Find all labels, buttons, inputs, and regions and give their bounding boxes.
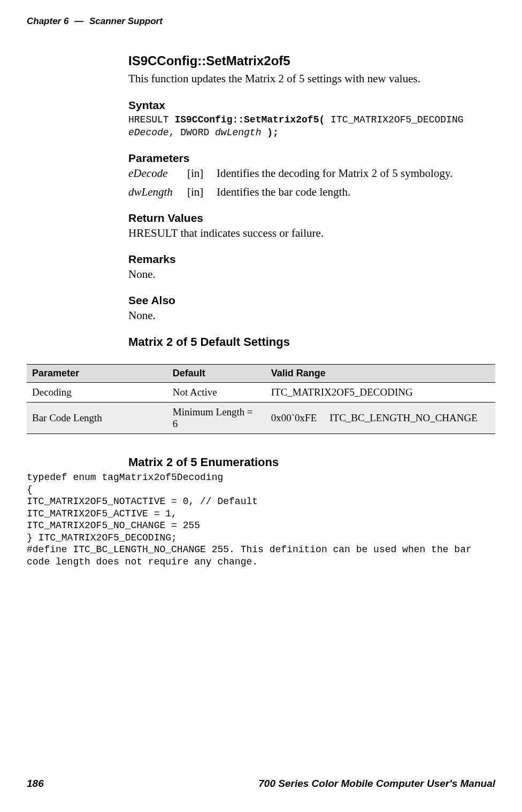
page-header: Chapter 6 — Scanner Support bbox=[27, 16, 495, 27]
table-row: Decoding Not Active ITC_MATRIX2OF5_DECOD… bbox=[27, 383, 495, 403]
param-row: eDecode [in] Identifies the decoding for… bbox=[128, 167, 495, 180]
param-desc: Identifies the decoding for Matrix 2 of … bbox=[217, 167, 452, 180]
syntax-end: ); bbox=[261, 127, 278, 138]
syntax-mid: , DWORD bbox=[169, 127, 215, 138]
syntax-param1: eDecode bbox=[128, 127, 169, 138]
return-values-text: HRESULT that indicates success or failur… bbox=[128, 227, 495, 240]
range-value-1: 0x00`0xFE bbox=[271, 412, 317, 424]
page-footer: 186 700 Series Color Mobile Computer Use… bbox=[27, 778, 495, 790]
page-number: 186 bbox=[27, 778, 44, 790]
function-description: This function updates the Matrix 2 of 5 … bbox=[128, 72, 495, 86]
param-direction: [in] bbox=[187, 185, 217, 199]
col-parameter: Parameter bbox=[27, 365, 167, 383]
header-separator: — bbox=[74, 16, 83, 26]
param-row: dwLength [in] Identifies the bar code le… bbox=[128, 185, 495, 199]
col-valid-range: Valid Range bbox=[266, 365, 495, 383]
param-desc: Identifies the bar code length. bbox=[217, 185, 350, 199]
parameters-heading: Parameters bbox=[128, 152, 495, 165]
syntax-heading: Syntax bbox=[128, 99, 495, 112]
main-content: IS9CConfig::SetMatrix2of5 This function … bbox=[27, 53, 495, 568]
remarks-heading: Remarks bbox=[128, 253, 495, 266]
remarks-text: None. bbox=[128, 268, 495, 281]
default-settings-heading: Matrix 2 of 5 Default Settings bbox=[128, 335, 495, 349]
cell-default: Not Active bbox=[167, 383, 266, 403]
cell-range: ITC_MATRIX2OF5_DECODING bbox=[266, 383, 495, 403]
syntax-param2: dwLength bbox=[215, 127, 261, 138]
syntax-suffix: ITC_MATRIX2OF5_DECODING bbox=[325, 114, 463, 125]
settings-table: Parameter Default Valid Range Decoding N… bbox=[27, 364, 495, 434]
param-direction: [in] bbox=[187, 167, 217, 180]
see-also-block: See Also None. bbox=[128, 294, 495, 322]
enumerations-code: typedef enum tagMatrix2of5Decoding { ITC… bbox=[27, 471, 495, 568]
table-row: Bar Code Length Minimum Length = 6 0x00`… bbox=[27, 403, 495, 434]
param-name: eDecode bbox=[128, 167, 187, 180]
cell-default: Minimum Length = 6 bbox=[167, 403, 266, 434]
see-also-heading: See Also bbox=[128, 294, 495, 307]
see-also-text: None. bbox=[128, 309, 495, 322]
syntax-prefix: HRESULT bbox=[128, 114, 174, 125]
chapter-label: Chapter 6 bbox=[27, 16, 68, 26]
cell-param: Bar Code Length bbox=[27, 403, 167, 434]
table-header-row: Parameter Default Valid Range bbox=[27, 365, 495, 383]
manual-title: 700 Series Color Mobile Computer User's … bbox=[258, 778, 495, 790]
function-title: IS9CConfig::SetMatrix2of5 bbox=[128, 53, 495, 68]
header-left: Chapter 6 — Scanner Support bbox=[27, 16, 163, 27]
return-values-block: Return Values HRESULT that indicates suc… bbox=[128, 212, 495, 240]
syntax-func: IS9CConfig::SetMatrix2of5( bbox=[174, 114, 325, 125]
syntax-code: HRESULT IS9CConfig::SetMatrix2of5( ITC_M… bbox=[128, 114, 495, 139]
col-default: Default bbox=[167, 365, 266, 383]
settings-table-container: Parameter Default Valid Range Decoding N… bbox=[27, 364, 495, 434]
remarks-block: Remarks None. bbox=[128, 253, 495, 281]
param-name: dwLength bbox=[128, 185, 187, 199]
enumerations-heading: Matrix 2 of 5 Enumerations bbox=[128, 455, 495, 469]
parameters-block: eDecode [in] Identifies the decoding for… bbox=[128, 167, 495, 199]
section-label: Scanner Support bbox=[89, 16, 163, 26]
range-value: ITC_MATRIX2OF5_DECODING bbox=[271, 386, 413, 398]
cell-param: Decoding bbox=[27, 383, 167, 403]
range-value-2: ITC_BC_LENGTH_NO_CHANGE bbox=[329, 412, 478, 424]
cell-range: 0x00`0xFE ITC_BC_LENGTH_NO_CHANGE bbox=[266, 403, 495, 434]
return-values-heading: Return Values bbox=[128, 212, 495, 225]
